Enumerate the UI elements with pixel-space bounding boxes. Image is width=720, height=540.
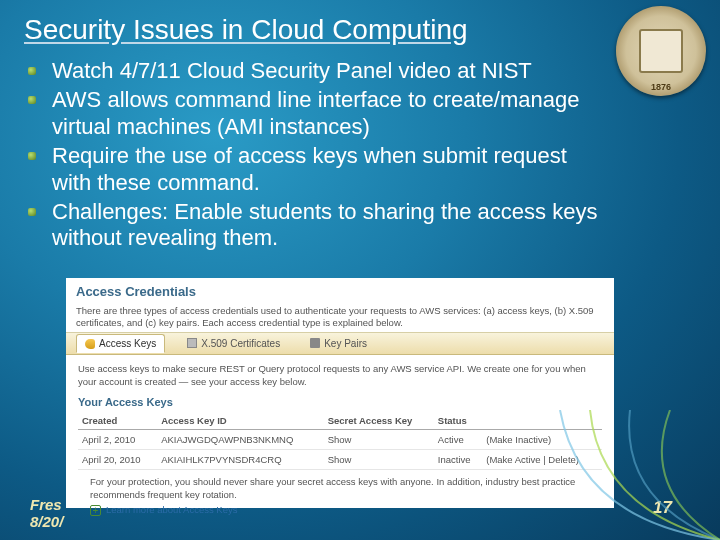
cell-key-id: AKIAJWGDQAWPNB3NKMNQ	[157, 430, 324, 450]
tab-label: Key Pairs	[324, 338, 367, 349]
cell-status: Active	[434, 430, 482, 450]
table-header-row: Created Access Key ID Secret Access Key …	[78, 412, 602, 430]
access-keys-table: Created Access Key ID Secret Access Key …	[78, 412, 602, 470]
tab-label: Access Keys	[99, 338, 156, 349]
key-icon	[85, 339, 95, 349]
screenshot-intro: There are three types of access credenti…	[76, 305, 604, 330]
keypair-icon	[310, 338, 320, 348]
cell-key-id: AKIAIHLK7PVYNSDR4CRQ	[157, 450, 324, 470]
col-actions	[482, 412, 602, 430]
bullet-item: Challenges: Enable students to sharing t…	[24, 199, 610, 252]
col-created: Created	[78, 412, 157, 430]
row-actions[interactable]: (Make Inactive)	[482, 430, 602, 450]
col-status: Status	[434, 412, 482, 430]
cell-created: April 2, 2010	[78, 430, 157, 450]
protection-note: For your protection, you should never sh…	[78, 470, 602, 516]
your-access-keys-heading: Your Access Keys	[78, 396, 602, 408]
tab-body-text: Use access keys to make secure REST or Q…	[78, 363, 602, 389]
show-secret-link[interactable]: Show	[324, 450, 434, 470]
university-seal-icon: 1876	[616, 6, 706, 96]
table-row: April 2, 2010 AKIAJWGDQAWPNB3NKMNQ Show …	[78, 430, 602, 450]
footer-left: Fres 8/20/	[30, 496, 63, 531]
credential-tabs: Access Keys X.509 Certificates Key Pairs	[66, 333, 614, 355]
col-key-id: Access Key ID	[157, 412, 324, 430]
page-number: 17	[653, 498, 672, 518]
screenshot-heading: Access Credentials	[76, 284, 604, 299]
footer-line1: Fres	[30, 496, 63, 513]
slide: Security Issues in Cloud Computing 1876 …	[0, 0, 720, 540]
bullet-item: AWS allows command line interface to cre…	[24, 87, 610, 140]
learn-more-text: Learn more about Access Keys	[106, 504, 238, 516]
certificate-icon	[187, 338, 197, 348]
bullet-item: Watch 4/7/11 Cloud Security Panel video …	[24, 58, 610, 84]
cell-status: Inactive	[434, 450, 482, 470]
protection-text: For your protection, you should never sh…	[90, 476, 575, 499]
aws-credentials-screenshot: Access Credentials There are three types…	[66, 278, 614, 508]
footer-line2: 8/20/	[30, 513, 63, 530]
table-row: April 20, 2010 AKIAIHLK7PVYNSDR4CRQ Show…	[78, 450, 602, 470]
tab-access-keys[interactable]: Access Keys	[76, 334, 165, 353]
col-secret: Secret Access Key	[324, 412, 434, 430]
bullet-item: Require the use of access keys when subm…	[24, 143, 610, 196]
tab-label: X.509 Certificates	[201, 338, 280, 349]
learn-more-link[interactable]: + Learn more about Access Keys	[90, 504, 590, 516]
bullet-list: Watch 4/7/11 Cloud Security Panel video …	[24, 58, 610, 255]
show-secret-link[interactable]: Show	[324, 430, 434, 450]
slide-title: Security Issues in Cloud Computing	[24, 14, 468, 46]
tab-x509[interactable]: X.509 Certificates	[179, 335, 288, 352]
seal-year: 1876	[651, 82, 671, 92]
cell-created: April 20, 2010	[78, 450, 157, 470]
plus-icon: +	[90, 505, 101, 516]
tab-key-pairs[interactable]: Key Pairs	[302, 335, 375, 352]
row-actions[interactable]: (Make Active | Delete)	[482, 450, 602, 470]
